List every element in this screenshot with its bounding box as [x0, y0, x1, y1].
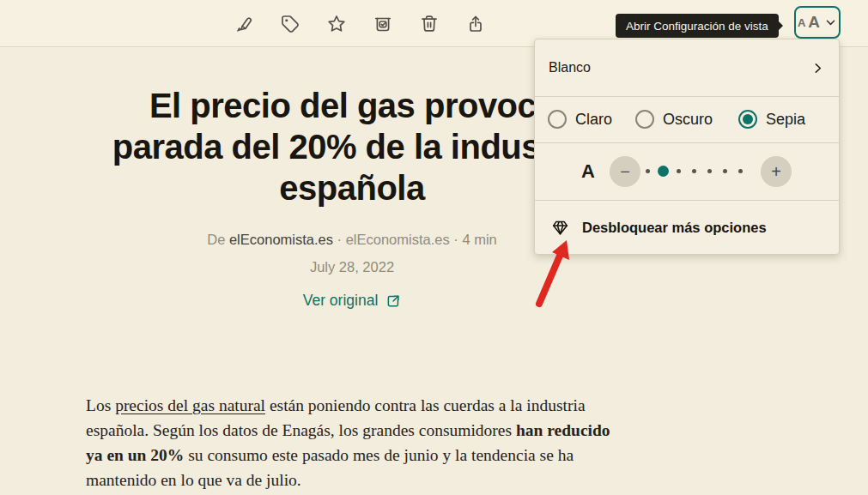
font-size-steps: [640, 142, 748, 200]
radio-sepia: [738, 110, 757, 129]
view-original-label: Ver original: [303, 292, 379, 310]
share-button[interactable]: [465, 14, 486, 34]
font-size-step[interactable]: [707, 169, 712, 173]
theme-row[interactable]: Blanco: [535, 39, 839, 96]
text-run: española. Según los datos de Enagás, los…: [86, 421, 516, 439]
font-size-step[interactable]: [677, 169, 681, 173]
view-settings-dropdown: Blanco Claro Oscuro Sepia A − +: [534, 39, 840, 255]
text-run: elEconomista.es: [229, 232, 333, 247]
font-size-step[interactable]: [738, 169, 743, 173]
article-date: July 28, 2022: [69, 259, 635, 275]
font-size-step[interactable]: [692, 169, 696, 173]
trash-icon: [419, 14, 440, 34]
font-size-step[interactable]: [723, 169, 727, 173]
font-size-step-selected[interactable]: [658, 166, 669, 177]
mode-option-claro[interactable]: Claro: [548, 96, 612, 142]
text-run: Los: [86, 396, 115, 414]
reader-view-screen: A A Abrir Configuración de vista El prec…: [0, 0, 868, 495]
mode-option-oscuro[interactable]: Oscuro: [635, 96, 713, 142]
tooltip-text: Abrir Configuración de vista: [626, 20, 768, 33]
highlight-button[interactable]: [234, 14, 254, 34]
mode-option-sepia[interactable]: Sepia: [738, 96, 805, 142]
text-run: mantenido en lo que va de julio.: [86, 471, 301, 489]
mode-label: Sepia: [766, 111, 805, 129]
favorite-button[interactable]: [326, 14, 347, 34]
archive-check-icon: [373, 14, 393, 34]
unlock-label: Desbloquear más opciones: [582, 220, 767, 236]
view-settings-button[interactable]: A A: [794, 6, 841, 39]
text-run: De: [207, 232, 229, 247]
font-size-letter: A: [581, 142, 595, 200]
aa-large-letter: A: [808, 13, 820, 32]
unlock-more-options[interactable]: Desbloquear más opciones: [535, 200, 839, 256]
radio-claro: [548, 110, 567, 129]
mode-label: Oscuro: [663, 111, 713, 129]
view-original-link[interactable]: Ver original: [303, 292, 402, 310]
font-size-row: A − +: [535, 142, 839, 200]
font-size-decrease-button[interactable]: −: [610, 156, 640, 187]
archive-button[interactable]: [373, 14, 393, 34]
text-run: están poniendo contra las cuerdas a la i…: [265, 396, 586, 414]
tag-icon: [280, 14, 300, 34]
radio-oscuro: [635, 110, 654, 129]
tooltip: Abrir Configuración de vista: [616, 14, 779, 38]
tag-button[interactable]: [280, 14, 300, 34]
tooltip-pointer: [779, 21, 783, 30]
theme-label: Blanco: [549, 60, 591, 75]
article-paragraph: Los precios del gas natural están ponien…: [86, 393, 644, 492]
external-link-icon: [385, 293, 401, 309]
text-run: precios del gas natural: [115, 396, 265, 414]
toolbar-icon-group: [234, 0, 486, 47]
font-size-step[interactable]: [646, 169, 650, 173]
aa-small-letter: A: [798, 16, 805, 29]
text-run: han reducido: [516, 421, 610, 439]
font-size-increase-button[interactable]: +: [761, 156, 792, 187]
share-icon: [465, 14, 486, 34]
paragraph-line: española. Según los datos de Enagás, los…: [86, 418, 644, 443]
highlighter-icon: [234, 14, 254, 34]
paragraph-line: ya en un 20% su consumo este pasado mes …: [86, 443, 644, 468]
text-run: ya en un 20%: [86, 446, 184, 464]
mode-label: Claro: [575, 111, 612, 129]
paragraph-line: Los precios del gas natural están ponien…: [86, 393, 644, 418]
chevron-right-icon: [810, 61, 825, 75]
view-original-row: Ver original: [69, 292, 635, 310]
star-icon: [326, 14, 347, 34]
diamond-icon: [550, 218, 570, 238]
text-run: · elEconomista.es · 4 min: [333, 232, 497, 247]
display-mode-row: Claro Oscuro Sepia: [535, 96, 839, 142]
chevron-down-icon: [824, 16, 837, 29]
paragraph-line: mantenido en lo que va de julio.: [86, 468, 644, 492]
delete-button[interactable]: [419, 14, 440, 34]
text-run: su consumo este pasado mes de junio y la…: [184, 446, 574, 464]
